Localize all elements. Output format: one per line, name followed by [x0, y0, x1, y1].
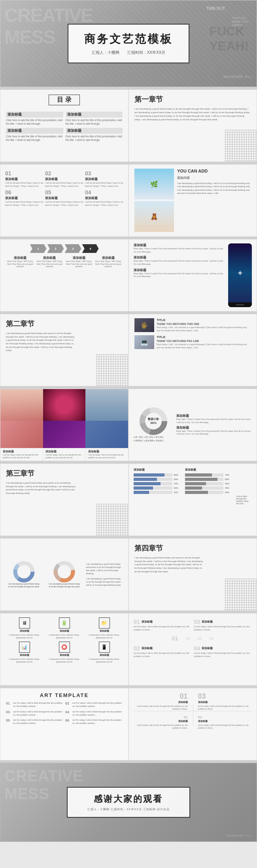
legend-1: ● 第一部分 — [134, 436, 143, 439]
phone-image: ✦ — [228, 243, 252, 307]
toc-item-1-text: Click here to add the title of this pres… — [6, 118, 63, 125]
ch3-corner — [96, 504, 128, 536]
step-3: 03 添加标题 I will do all best think things … — [85, 170, 123, 188]
num-alt-4-num: 04 — [198, 715, 252, 719]
art-item-4: 04 Let For today I will to think through… — [65, 710, 123, 717]
num-alt-2: 02 添加标题 Let for today I will to think th… — [134, 715, 192, 729]
pie-center-label: 数据小标 — [147, 417, 159, 421]
arrow-label-3-text: Have That Today I Will Trying. Note They… — [65, 260, 93, 268]
circle-slide: 数据小标 30% ● 第一部分 ● 第二部分 ● 第三部分 ● 第四部分 ● 超… — [128, 389, 257, 461]
icon-card-3: 📁 添加标题 It represents in the calendar sta… — [85, 617, 123, 639]
icon-symbol-4: 📊 — [19, 642, 30, 653]
can-add-images: 🌿 🧸 — [134, 169, 174, 232]
title-block-1: 🖐 TITLE THANK YOU WATCHING THIS ONE Back… — [134, 318, 251, 332]
ch1-corner — [225, 130, 257, 161]
cover-bg-text2: FUCKYEAH! — [209, 24, 249, 53]
step-4-desc: I will do all best think things I want t… — [5, 201, 43, 207]
step-1: 01 添加标题 I will do all best think things … — [5, 170, 43, 188]
img-blue — [85, 389, 128, 448]
art-item-text-1: Let For today I will to think through th… — [13, 701, 63, 708]
step-n-3: 03 添加标题 Let for today I will to think th… — [194, 619, 252, 631]
art-item-text-4: Let For today I will to think through th… — [72, 710, 123, 717]
bar-right-pct-3: 55% — [225, 482, 233, 485]
steps-num-slide: 01 添加标题 Let for today I will to think th… — [128, 613, 257, 686]
num-alt-4: 04 添加标题 Let for today I will to think th… — [194, 715, 252, 729]
row6: 第三章节 I am developing a good friend today… — [0, 463, 257, 536]
step-n-2: 02 添加标题 Let for today I will to think th… — [134, 646, 192, 658]
step-5: 05 添加标题 I will do all best think things … — [45, 189, 83, 207]
phone-item-1-label: 添加标题 — [134, 243, 225, 247]
step-6: 04 添加标题 I will do all best think things … — [85, 189, 123, 207]
bar-right-fill-1 — [185, 473, 212, 477]
step-n-header-4: 04 添加标题 — [194, 646, 252, 651]
phone-item-3-text: Back light. There it stand From the pave… — [134, 272, 225, 278]
art-item-3: 03 Let For today I will to think through… — [6, 710, 63, 717]
bar-left-pct-1: 80% — [174, 474, 182, 476]
step-1-desc: I will do all best think things I want t… — [5, 182, 43, 188]
ch2-corner — [96, 354, 128, 386]
circle-item-1-label: 添加标题 — [176, 414, 252, 418]
ch4-slide: 第四章节 I am developing a good friend today… — [128, 538, 257, 611]
art-item-text-6: Let For today I will to think through th… — [72, 718, 123, 725]
icon-text-4: It represents in the calendar status, ap… — [5, 658, 43, 663]
bar-left-track-4 — [134, 486, 172, 490]
bar-right-5: 60% — [185, 491, 233, 494]
bar-left-track-5 — [134, 491, 172, 494]
bar-left-pct-2: 60% — [174, 478, 182, 481]
ch1-text: I am developing a good friend today to d… — [134, 107, 251, 122]
can-add-title: YOU CAN ADD — [177, 169, 251, 173]
pie-block-2: I am developing a good friend today to d… — [45, 561, 83, 588]
step-3-label: 添加标题 — [85, 177, 123, 181]
arrow-label-2-text: Have That Today I Will Trying. Note They… — [35, 260, 64, 268]
img-red-block — [0, 389, 43, 421]
cover-date: 汇报时间：XX年XX月 — [127, 50, 166, 55]
img-label-3: 添加标题 — [88, 450, 126, 453]
arrow-label-1: 添加标题 Have That Today I Will Trying. Note… — [6, 256, 34, 268]
vertical-connector — [193, 704, 193, 726]
step-n-header-2: 02 添加标题 — [134, 646, 192, 651]
thanks-title: 感谢大家的观看 — [87, 793, 170, 805]
bar-left-track-3 — [134, 482, 172, 485]
icon-symbol-5: ⭕ — [59, 642, 70, 653]
icons-row-2: 📊 添加标题 It represents in the calendar sta… — [5, 642, 123, 663]
pie-pct-label: 30% — [150, 421, 157, 425]
ch4-text: I am developing a good friend today and … — [134, 556, 204, 573]
bar-right-fill-2 — [185, 478, 218, 481]
indicator-01: 01 — [172, 635, 178, 642]
bar-right-track-3 — [185, 482, 224, 485]
bar-left-track-2 — [134, 478, 172, 481]
phone-item-2: 添加标题 Back light. There it stand From the… — [134, 256, 225, 266]
bar-right-1: 70% — [185, 473, 233, 477]
ch2-grid — [96, 354, 128, 386]
step-n-1: 01 添加标题 Let for today I will to think th… — [134, 619, 192, 631]
bar-left-3: 70% — [134, 482, 182, 485]
can-add-inner: 🌿 🧸 YOU CAN ADD 添加内容 I am developing a g… — [129, 165, 257, 236]
toc-item-1: 添加标题 Click here to add the title of this… — [6, 112, 63, 125]
thanks-sub: 汇报人：十圈网 汇报时间：XX年XX月 三拍机构·设计出品 — [87, 807, 170, 811]
num-steps-alt-slide: 01 添加标题 Let for today I will to think th… — [128, 688, 257, 760]
pie-block-1: I am developing a good friend today to d… — [5, 561, 42, 588]
toc-item-4-text: Click here to add the title of this pres… — [66, 135, 123, 142]
bar-right-fill-5 — [185, 491, 208, 494]
can-add-slide: 🌿 🧸 YOU CAN ADD 添加内容 I am developing a g… — [128, 164, 257, 237]
circle-item-1-text: Back light. There it stand From the pave… — [176, 418, 252, 424]
num-alt-3-num: 03 — [198, 692, 252, 701]
img-red — [0, 389, 43, 448]
step-6-num: 04 — [85, 189, 123, 196]
step-5-desc: I will do all best think things I want t… — [45, 201, 83, 207]
row4: 第二章节 I am developing a good friend today… — [0, 314, 257, 386]
circle-item-2-label: 添加标题 — [176, 426, 252, 430]
plant-icon: 🌿 — [150, 180, 158, 188]
bar-left-pct-3: 70% — [174, 482, 182, 485]
art-slide: ART TEMPLATE 01 Let For today I will to … — [0, 688, 128, 760]
pie-legend-items: ● 第一部分 ● 第二部分 ● 第三部分 ● 第四部分 ● 超出预期 ● 综合统… — [134, 436, 173, 443]
toc-item-2: 添加标题 Click here to add the title of this… — [66, 112, 123, 125]
num-alt-4-text: Let for today I will to think through th… — [198, 724, 252, 729]
img-label-1: 添加标题 — [3, 450, 40, 453]
deco-text3: WHATEVER. FU... — [223, 75, 253, 79]
icon-card-4: 📊 添加标题 It represents in the calendar sta… — [5, 642, 43, 663]
phone-item-2-label: 添加标题 — [134, 256, 225, 260]
art-items: 01 Let For today I will to think through… — [6, 701, 123, 725]
cover-box: 商务文艺范模板 汇报人：十圈网 汇报时间：XX年XX月 — [68, 24, 189, 63]
img-desc-1: I am for today I will to do through this… — [3, 454, 40, 459]
